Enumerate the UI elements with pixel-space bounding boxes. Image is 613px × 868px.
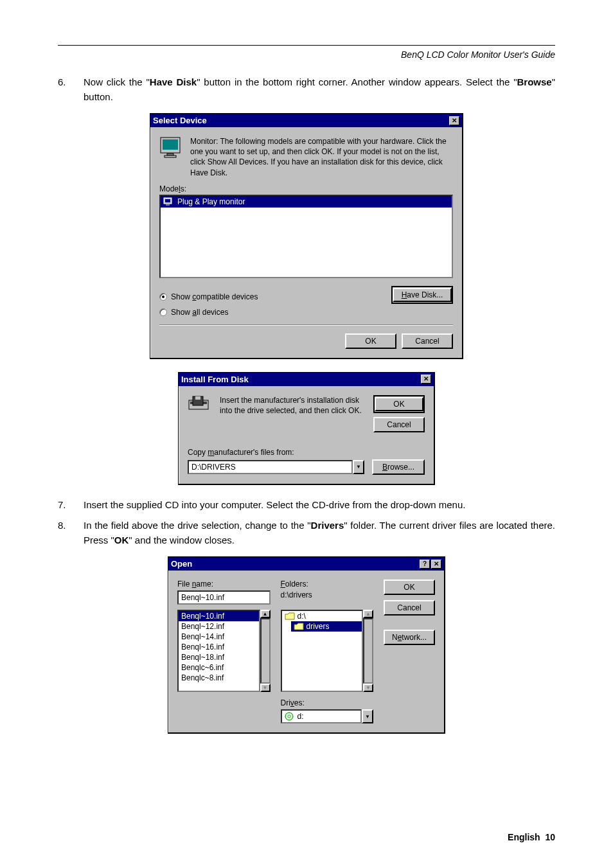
list-item[interactable]: drivers <box>291 621 362 632</box>
list-item[interactable]: Benqlc~6.inf <box>179 662 259 673</box>
copy-from-label: Copy manufacturer's files from: <box>188 448 425 457</box>
radio-compatible-devices[interactable]: Show compatible devices <box>159 292 258 301</box>
s8-t0: In the field above the drive selection, … <box>84 520 311 531</box>
install-intro: Insert the manufacturer's installation d… <box>220 395 364 432</box>
models-selected-item[interactable]: Plug & Play monitor <box>161 196 452 208</box>
br-post: rowse... <box>387 463 414 472</box>
scroll-down-icon[interactable]: ▼ <box>260 684 271 692</box>
folder-item-0: d:\ <box>298 612 306 621</box>
drives-field[interactable]: d: <box>281 709 362 723</box>
models-listbox[interactable]: Plug & Play monitor <box>159 195 453 278</box>
scroll-up-icon[interactable]: ▲ <box>363 610 373 618</box>
page-footer: English 10 <box>508 832 555 842</box>
rc-pre: Show <box>171 292 192 301</box>
models-label: Models: <box>159 184 453 193</box>
list-item[interactable]: Benql~12.inf <box>179 621 259 632</box>
ok-button[interactable]: OK <box>384 580 435 595</box>
list-item[interactable]: Benql~18.inf <box>179 652 259 662</box>
header-rule <box>58 45 555 46</box>
scroll-down-icon[interactable]: ▼ <box>363 684 373 692</box>
install-titlebar: Install From Disk ✕ <box>179 373 434 386</box>
close-icon[interactable]: ✕ <box>431 560 441 569</box>
select-device-dialog: Select Device ✕ Monitor: The following m… <box>150 113 463 359</box>
s8-t3: OK <box>114 535 129 545</box>
step-6: 6. Now click the "Have Disk" button in t… <box>58 75 555 104</box>
cf-pre: Copy <box>188 448 208 457</box>
fn-pre: File <box>177 580 192 589</box>
open-dialog: Open ? ✕ File name: Benql~10.inf Benql~1… <box>168 556 445 734</box>
scrollbar-track[interactable] <box>260 618 271 684</box>
step-6-t2: " button in the bottom right corner. Ano… <box>197 76 517 87</box>
list-item[interactable]: Benqlc~8.inf <box>179 673 259 683</box>
chevron-down-icon[interactable]: ▼ <box>362 709 373 723</box>
list-item[interactable]: Benql~16.inf <box>179 642 259 652</box>
step-7-num: 7. <box>58 498 84 513</box>
step-8: 8. In the field above the drive selectio… <box>58 518 555 547</box>
ra-pre: Show <box>171 308 192 317</box>
list-item[interactable]: d:\ <box>282 611 362 621</box>
file-list[interactable]: Benql~10.inf Benql~12.inf Benql~14.inf B… <box>177 610 260 692</box>
step-8-body: In the field above the drive selection, … <box>84 518 555 547</box>
svg-rect-3 <box>164 155 176 157</box>
radio-unchecked-icon <box>159 308 167 316</box>
models-item-label: Plug & Play monitor <box>177 197 245 206</box>
install-from-disk-dialog: Install From Disk ✕ Insert the manufactu… <box>178 372 435 485</box>
file-name-label: File name: <box>177 580 271 589</box>
select-device-titlebar: Select Device ✕ <box>150 114 462 127</box>
dr-post: es: <box>294 698 305 707</box>
step-6-num: 6. <box>58 75 84 104</box>
list-item[interactable]: Benql~10.inf <box>179 611 259 621</box>
footer-page: 10 <box>545 832 555 842</box>
svg-rect-10 <box>195 396 200 400</box>
open-titlebar: Open ? ✕ <box>168 557 444 571</box>
models-label-pre: Mode <box>159 184 179 193</box>
browse-button[interactable]: Browse... <box>372 459 425 475</box>
drives-combo[interactable]: d: ▼ <box>281 709 374 723</box>
step-7-body: Insert the supplied CD into your compute… <box>84 498 555 513</box>
cd-drive-icon <box>285 712 295 721</box>
file-name-field[interactable]: Benql~10.inf <box>177 590 271 605</box>
ok-button[interactable]: OK <box>345 333 396 349</box>
folder-list[interactable]: d:\ drivers <box>281 610 364 692</box>
list-item[interactable]: Benql~14.inf <box>179 632 259 642</box>
cf-u: m <box>208 448 214 457</box>
br-u: B <box>382 463 387 472</box>
svg-rect-5 <box>165 199 170 202</box>
scrollbar-track[interactable] <box>363 618 373 684</box>
folder-open-icon <box>285 612 295 621</box>
cancel-button[interactable]: Cancel <box>373 417 425 432</box>
radio-checked-icon <box>159 293 167 301</box>
hd-post: ave Disk... <box>407 290 443 299</box>
have-disk-button[interactable]: Have Disk... <box>391 286 453 304</box>
folders-path: d:\drivers <box>281 590 374 602</box>
fl-post: olders: <box>285 580 308 589</box>
network-button[interactable]: Network... <box>384 630 435 645</box>
footer-lang: English <box>508 832 540 842</box>
cancel-button[interactable]: Cancel <box>384 600 435 616</box>
folder-item-1: drivers <box>306 622 330 631</box>
floppy-drive-icon <box>188 395 211 432</box>
models-label-post: s: <box>181 184 186 193</box>
install-title: Install From Disk <box>181 375 249 384</box>
ok-button[interactable]: OK <box>373 395 425 413</box>
nw-post: twork... <box>402 633 427 642</box>
fn-post: ame: <box>196 580 213 589</box>
cancel-button[interactable]: Cancel <box>402 333 453 349</box>
dr-pre: Dri <box>281 698 290 707</box>
svg-point-14 <box>288 715 290 718</box>
step-7: 7. Insert the supplied CD into your comp… <box>58 498 555 513</box>
radio-all-devices[interactable]: Show all devices <box>159 308 258 317</box>
svg-marker-12 <box>294 623 303 630</box>
copy-from-combo[interactable]: D:\DRIVERS ▼ <box>188 460 364 474</box>
svg-rect-6 <box>166 204 170 206</box>
chevron-down-icon[interactable]: ▼ <box>353 460 364 474</box>
select-device-title: Select Device <box>153 116 207 125</box>
close-icon[interactable]: ✕ <box>449 116 459 125</box>
close-icon[interactable]: ✕ <box>421 375 431 384</box>
rc-post: ompatible devices <box>196 292 258 301</box>
fl-u: F <box>281 580 285 589</box>
copy-from-field[interactable]: D:\DRIVERS <box>188 460 353 474</box>
monitor-icon <box>159 136 181 178</box>
scroll-up-icon[interactable]: ▲ <box>260 610 271 618</box>
help-icon[interactable]: ? <box>420 560 430 569</box>
